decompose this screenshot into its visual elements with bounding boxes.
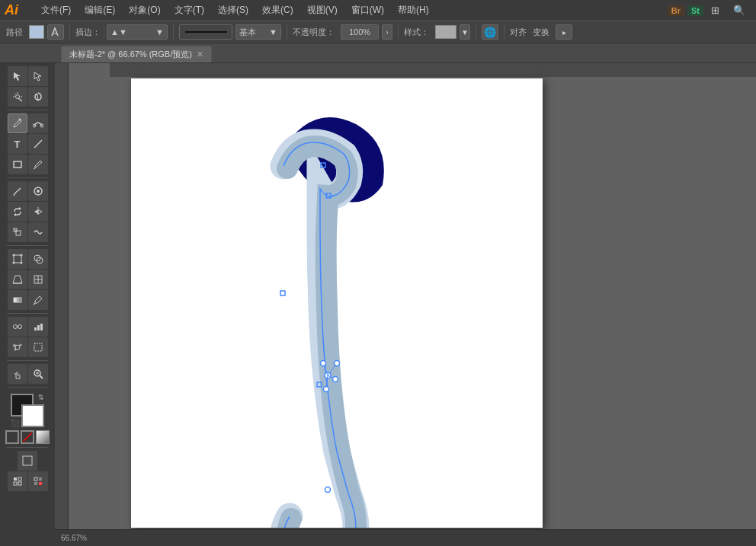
line-tool[interactable]: [28, 134, 48, 154]
svg-line-11: [34, 140, 42, 148]
handle-point-4[interactable]: [335, 361, 340, 366]
menu-view[interactable]: 视图(V): [301, 2, 344, 18]
svg-line-48: [40, 375, 43, 378]
doc-tab-close[interactable]: ✕: [197, 49, 203, 59]
artboard-tool[interactable]: [28, 337, 48, 357]
tool-row-3: [8, 113, 48, 133]
tool-sep-6: [7, 387, 48, 388]
svg-rect-55: [14, 482, 17, 485]
tool-row-1: [8, 66, 48, 86]
stock-icon[interactable]: St: [687, 5, 703, 16]
warp-tool[interactable]: [28, 222, 48, 242]
tool-sep-2: [7, 177, 48, 178]
svg-rect-22: [14, 255, 21, 263]
stroke-tool-icon[interactable]: [47, 24, 64, 40]
handle-point-3[interactable]: [333, 377, 338, 382]
free-transform-tool[interactable]: [8, 249, 27, 269]
tool-row-13: [8, 337, 48, 357]
menu-type[interactable]: 文字(T): [168, 2, 210, 18]
menu-file[interactable]: 文件(F): [35, 2, 77, 18]
lasso-tool[interactable]: [28, 87, 48, 107]
menu-effect[interactable]: 效果(C): [256, 2, 300, 18]
tool-row-9: [8, 249, 48, 269]
bridge-icon[interactable]: Br: [668, 5, 684, 16]
graph-tool[interactable]: [28, 317, 48, 337]
tool-sep-3: [7, 245, 48, 246]
paintbrush-tool[interactable]: [8, 181, 27, 201]
svg-point-43: [20, 344, 21, 346]
stroke-width-dropdown[interactable]: ▲▼ ▼: [107, 24, 168, 40]
none-swatch-1[interactable]: [5, 430, 19, 444]
search-icon[interactable]: 🔍: [727, 3, 751, 18]
handle-point-2[interactable]: [324, 387, 329, 392]
shape-builder-tool[interactable]: [28, 249, 48, 269]
blob-tool[interactable]: [28, 181, 48, 201]
color-swap-icon[interactable]: ⇅: [38, 394, 44, 401]
curvature-tool[interactable]: [28, 113, 48, 133]
gradient-tool[interactable]: [8, 290, 27, 310]
svg-rect-60: [39, 482, 42, 485]
magic-wand-tool[interactable]: [8, 87, 27, 107]
gradient-swatch[interactable]: [36, 430, 50, 444]
type-tool[interactable]: T: [8, 134, 27, 154]
bottom-anchor[interactable]: [325, 487, 331, 493]
menu-object[interactable]: 对象(O): [123, 2, 166, 18]
draw-inside-tool[interactable]: [18, 451, 37, 471]
anchor-1[interactable]: [280, 291, 285, 295]
svg-point-44: [14, 349, 16, 350]
stroke-preview[interactable]: [179, 24, 232, 40]
canvas-area[interactable]: /* ruler ticks rendered via CSS */: [55, 63, 756, 546]
symbol-tool[interactable]: [8, 337, 27, 357]
ruler-top: /* ruler ticks rendered via CSS */: [110, 63, 756, 77]
transform-label[interactable]: 变换: [533, 27, 549, 38]
canvas-container[interactable]: [131, 78, 543, 528]
align-label[interactable]: 对齐: [510, 27, 527, 38]
reflect-tool[interactable]: [28, 202, 48, 222]
hand-tool[interactable]: [8, 364, 27, 384]
doc-tab-active[interactable]: 未标题-2* @ 66.67% (RGB/预览) ✕: [61, 46, 212, 62]
perspective-tool[interactable]: [8, 270, 27, 289]
style-swatch[interactable]: [435, 25, 456, 39]
stroke-style-arrow: ▼: [269, 27, 277, 37]
view-mode-1[interactable]: [8, 471, 27, 491]
eyedropper-tool[interactable]: [28, 290, 48, 310]
select-tool[interactable]: [8, 66, 27, 86]
zoom-display: 66.67%: [61, 534, 87, 542]
fill-color-swatch[interactable]: [29, 25, 44, 39]
main-area: T: [0, 63, 756, 546]
style-arrow[interactable]: ▼: [460, 24, 470, 40]
tool-sep-7: [7, 447, 48, 448]
svg-point-24: [20, 254, 22, 257]
zoom-tool[interactable]: [28, 364, 48, 384]
menu-edit[interactable]: 编辑(E): [78, 2, 121, 18]
globe-icon[interactable]: 🌐: [482, 24, 498, 40]
opacity-input[interactable]: [341, 24, 379, 40]
stroke-width-value: ▲▼: [111, 27, 127, 37]
mesh-tool[interactable]: [28, 270, 48, 289]
tool-row-5: [8, 155, 48, 174]
stroke-style-dropdown[interactable]: 基本 ▼: [235, 24, 281, 40]
menu-help[interactable]: 帮助(H): [392, 2, 435, 18]
direct-select-tool[interactable]: [28, 66, 48, 86]
workspace-icon[interactable]: ⊞: [705, 3, 726, 18]
ruler-left: [55, 63, 69, 546]
menu-window[interactable]: 窗口(W): [345, 2, 390, 18]
stroke-line: [185, 31, 227, 33]
view-mode-2[interactable]: [28, 471, 48, 491]
pencil-tool[interactable]: [28, 155, 48, 174]
menu-select[interactable]: 选择(S): [212, 2, 255, 18]
blend-tool[interactable]: [8, 317, 27, 337]
handle-point-1[interactable]: [321, 361, 326, 366]
scale-tool[interactable]: [8, 222, 27, 242]
rotate-tool[interactable]: [8, 202, 27, 222]
tool-sep-4: [7, 313, 48, 314]
background-color[interactable]: [21, 404, 44, 427]
none-swatch-2[interactable]: [21, 430, 34, 444]
pen-tool[interactable]: [8, 113, 27, 133]
svg-point-26: [20, 262, 22, 264]
opacity-arrow[interactable]: ›: [382, 24, 392, 40]
menu-bar: Ai 文件(F) 编辑(E) 对象(O) 文字(T) 选择(S) 效果(C) 视…: [0, 0, 756, 21]
color-reset-icon[interactable]: ⬛: [11, 420, 19, 427]
rect-tool[interactable]: [8, 155, 27, 174]
more-icon[interactable]: ▸: [556, 24, 572, 40]
